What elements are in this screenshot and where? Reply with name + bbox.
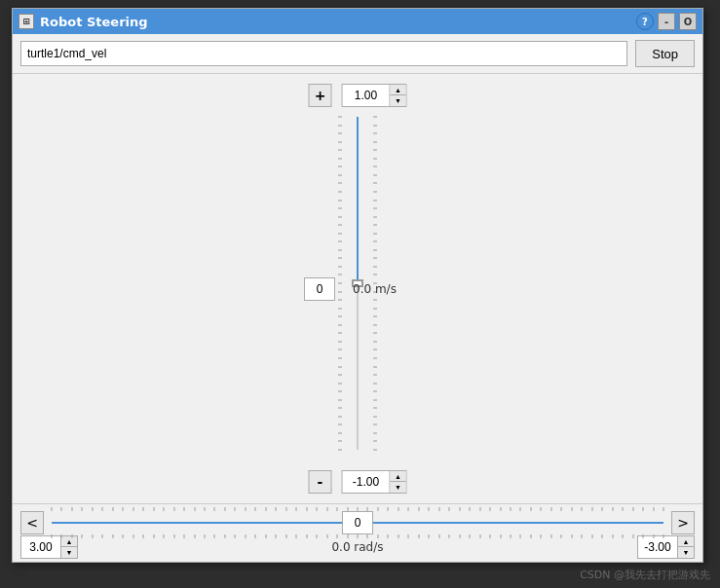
h-right-up-arrow[interactable]: ▲ <box>678 536 694 547</box>
h-center-input[interactable] <box>342 511 373 534</box>
v-max-up-arrow[interactable]: ▲ <box>391 85 406 95</box>
h-slider-row: < > <box>20 508 695 536</box>
title-controls: ? - O <box>636 13 697 30</box>
window-icon: ⊞ <box>19 14 34 29</box>
h-right-speed-input[interactable] <box>638 536 677 558</box>
h-right-speed-container: ▲ ▼ <box>626 535 695 559</box>
v-unit-label: 0.0 m/s <box>353 282 397 296</box>
h-right-spinbox-arrows: ▲ ▼ <box>677 536 694 558</box>
h-left-spinbox[interactable]: ▲ ▼ <box>20 535 78 559</box>
h-left-spinbox-arrows: ▲ ▼ <box>60 536 77 558</box>
watermark: CSDN @我先去打把游戏先 <box>580 568 710 582</box>
help-button[interactable]: ? <box>636 13 654 30</box>
v-min-spinbox[interactable]: ▲ ▼ <box>342 470 407 494</box>
v-max-spinbox-arrows: ▲ ▼ <box>390 85 406 106</box>
h-slider-track <box>52 513 663 533</box>
v-min-down-arrow[interactable]: ▼ <box>391 482 406 493</box>
h-right-down-arrow[interactable]: ▼ <box>678 547 694 558</box>
v-max-input[interactable] <box>343 85 390 106</box>
h-right-button[interactable]: > <box>671 511 695 534</box>
h-left-speed-input[interactable] <box>21 536 60 558</box>
h-left-up-arrow[interactable]: ▲ <box>61 536 77 547</box>
stop-button[interactable]: Stop <box>635 40 695 67</box>
vertical-slider-container: + ▲ ▼ <box>13 74 702 503</box>
v-max-down-arrow[interactable]: ▼ <box>391 95 406 106</box>
h-labels-row: ▲ ▼ 0.0 rad/s ▲ ▼ <box>20 536 695 558</box>
main-content: + ▲ ▼ <box>13 74 702 562</box>
v-current-input[interactable] <box>304 277 335 301</box>
horizontal-area: < > <box>13 503 702 562</box>
v-min-spinbox-arrows: ▲ ▼ <box>390 471 406 493</box>
robot-steering-window: ⊞ Robot Steering ? - O Stop <box>12 8 703 563</box>
close-button[interactable]: O <box>679 13 697 30</box>
v-max-spinbox[interactable]: ▲ ▼ <box>342 84 407 107</box>
topic-input[interactable] <box>20 41 627 66</box>
v-minus-button[interactable]: - <box>309 470 332 494</box>
h-left-speed-container: ▲ ▼ <box>20 535 89 559</box>
toolbar: Stop <box>13 34 702 74</box>
h-unit-label: 0.0 rad/s <box>89 540 626 554</box>
minimize-button[interactable]: - <box>658 13 675 30</box>
v-min-up-arrow[interactable]: ▲ <box>391 471 406 482</box>
h-left-down-arrow[interactable]: ▼ <box>61 547 77 558</box>
title-bar: ⊞ Robot Steering ? - O <box>13 9 702 34</box>
v-plus-button[interactable]: + <box>309 84 332 107</box>
h-left-button[interactable]: < <box>20 511 44 534</box>
v-min-input[interactable] <box>343 471 390 493</box>
vertical-area: + ▲ ▼ <box>13 74 702 503</box>
h-right-spinbox[interactable]: ▲ ▼ <box>637 535 695 559</box>
window-title: Robot Steering <box>40 15 636 29</box>
